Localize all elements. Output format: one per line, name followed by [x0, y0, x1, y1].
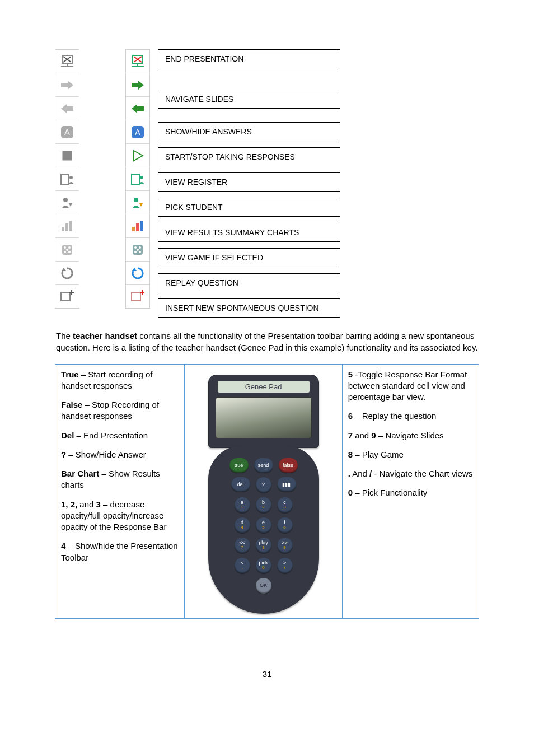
key-dot: <. [235, 558, 250, 573]
svg-marker-50 [132, 268, 137, 271]
svg-rect-16 [69, 221, 72, 231]
svg-point-22 [68, 251, 71, 253]
svg-rect-9 [63, 151, 72, 160]
replay-icon[interactable] [126, 262, 149, 284]
svg-point-39 [134, 198, 138, 202]
body-paragraph: The teacher handset contains all the fun… [56, 330, 479, 354]
arrow-left-icon[interactable] [126, 97, 149, 120]
svg-text:A: A [135, 128, 140, 137]
key-9: >>9 [277, 538, 293, 553]
key-3: c3 [277, 497, 293, 513]
page-number: 31 [55, 669, 479, 701]
svg-point-11 [69, 176, 73, 179]
toolbar-active: A [125, 49, 150, 309]
stop-icon [55, 144, 79, 167]
key-false: false [279, 458, 298, 473]
label-replay-question: REPLAY QUESTION [158, 273, 340, 292]
spontaneous-question-icon[interactable] [126, 285, 149, 308]
svg-marker-5 [61, 81, 73, 90]
replay-icon [55, 262, 79, 284]
letter-a-icon: A [55, 120, 79, 143]
svg-marker-36 [134, 151, 143, 161]
toolbar-inactive: A [55, 49, 79, 309]
key-7: <<7 [235, 538, 250, 553]
svg-marker-23 [62, 268, 66, 271]
key-send: send [254, 458, 273, 473]
svg-marker-32 [132, 81, 144, 90]
game-die-icon[interactable] [126, 238, 149, 261]
register-icon [55, 167, 79, 190]
svg-rect-10 [61, 174, 69, 184]
key-0: pick0 [256, 558, 271, 573]
play-icon[interactable] [126, 144, 149, 167]
svg-point-18 [64, 246, 66, 249]
label-start-stop-responses: START/STOP TAKING RESPONSES [158, 147, 340, 166]
svg-point-19 [68, 246, 71, 249]
handset-left-column: True – Start recording of handset respon… [55, 365, 185, 618]
game-die-icon [55, 238, 79, 261]
svg-point-48 [134, 251, 137, 253]
device-brand-label: Genee Pad [218, 381, 310, 393]
key-8: play8 [256, 538, 271, 553]
svg-point-20 [66, 249, 68, 251]
arrow-left-icon [55, 97, 79, 120]
svg-marker-6 [61, 104, 73, 113]
key-ok: OK [256, 578, 271, 594]
svg-rect-42 [136, 223, 139, 231]
label-show-hide-answers: SHOW/HIDE ANSWERS [158, 122, 340, 141]
svg-marker-13 [69, 203, 72, 207]
toolbar-labels: END PRESENTATION NAVIGATE SLIDES SHOW/HI… [158, 49, 340, 318]
key-question: ? [256, 477, 271, 493]
svg-point-45 [134, 246, 137, 249]
genee-pad-device: Genee Pad true send false del ? ▮▮▮ [202, 375, 325, 614]
svg-rect-43 [140, 221, 143, 231]
letter-a-icon[interactable]: A [126, 120, 149, 143]
svg-point-46 [139, 246, 141, 249]
key-2: b2 [256, 497, 271, 513]
key-slash: >/ [277, 558, 293, 573]
arrow-right-icon[interactable] [126, 73, 149, 96]
key-del: del [231, 477, 250, 492]
bar-chart-icon[interactable] [126, 214, 149, 237]
label-end-presentation: END PRESENTATION [158, 49, 340, 68]
register-icon[interactable] [126, 167, 149, 190]
pick-student-icon [55, 191, 79, 214]
svg-rect-41 [132, 227, 135, 231]
svg-point-49 [139, 251, 141, 253]
svg-point-47 [137, 249, 139, 251]
spontaneous-question-icon [55, 285, 79, 308]
svg-point-21 [64, 251, 66, 253]
key-4: d4 [235, 517, 250, 533]
handset-functionality-table: True – Start recording of handset respon… [55, 364, 479, 619]
svg-rect-14 [62, 227, 64, 231]
svg-marker-40 [139, 203, 143, 207]
end-presentation-icon [55, 50, 79, 73]
label-insert-spontaneous: INSERT NEW SPONTANEOUS QUESTION [158, 298, 340, 318]
label-view-game: VIEW GAME IF SELECTED [158, 248, 340, 267]
key-6: f6 [277, 517, 293, 533]
key-true: true [229, 458, 249, 473]
svg-point-12 [63, 198, 68, 202]
svg-point-38 [140, 176, 143, 179]
label-view-register: VIEW REGISTER [158, 172, 340, 192]
svg-marker-33 [132, 104, 144, 113]
pick-student-icon[interactable] [126, 191, 149, 214]
key-1: a1 [235, 497, 250, 513]
handset-right-column: 5 -Toggle Response Bar Format between st… [343, 365, 479, 618]
key-5: e5 [256, 517, 271, 533]
svg-rect-51 [132, 293, 140, 301]
handset-image-column: Genee Pad true send false del ? ▮▮▮ [185, 365, 342, 618]
svg-rect-15 [65, 223, 68, 231]
device-screen [216, 397, 312, 438]
bar-chart-icon [55, 214, 79, 237]
arrow-right-icon [55, 73, 79, 96]
svg-rect-37 [132, 174, 139, 184]
label-view-results: VIEW RESULTS SUMMARY CHARTS [158, 223, 340, 242]
label-navigate-slides: NAVIGATE SLIDES [158, 90, 340, 109]
label-pick-student: PICK STUDENT [158, 198, 340, 217]
svg-text:A: A [64, 128, 70, 137]
key-chart: ▮▮▮ [277, 477, 296, 492]
end-presentation-icon[interactable] [126, 50, 149, 73]
svg-rect-24 [61, 293, 70, 301]
